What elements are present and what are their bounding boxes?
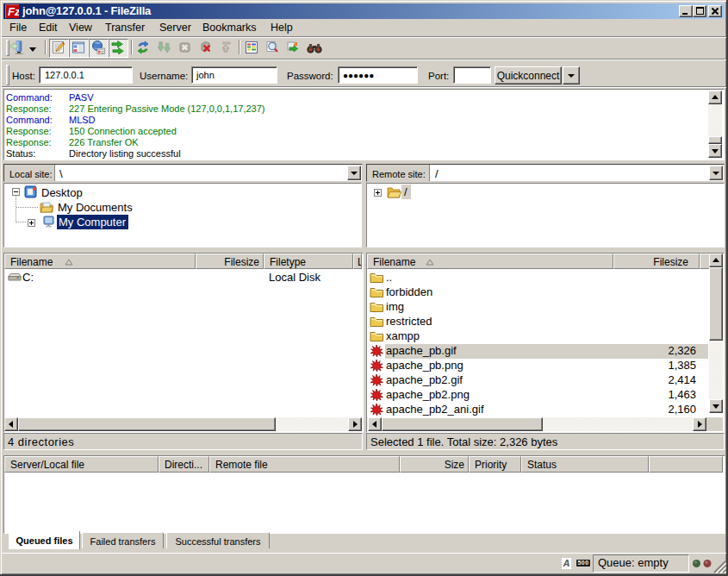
- svg-text:Fz: Fz: [8, 5, 19, 18]
